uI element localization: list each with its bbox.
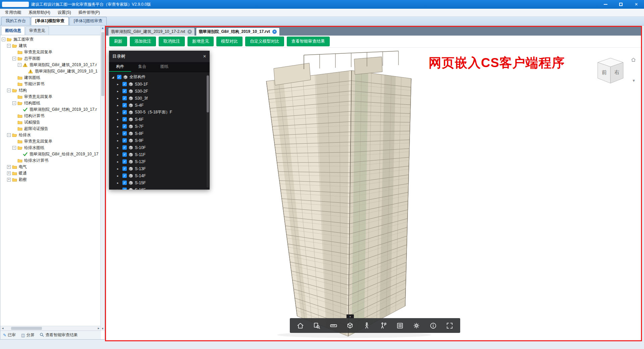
expand-arrow-icon[interactable]: ▸ [117,146,121,149]
info-icon[interactable] [428,320,438,331]
hscroll-thumb[interactable] [11,327,42,330]
panel-tree-item[interactable]: ▸✓S-7F [109,123,210,130]
expand-arrow-icon[interactable]: ▸ [117,132,121,135]
tree-item[interactable]: 翡翠湖别院_G8#_给排水_2019_10_17 [0,151,101,157]
tree-item[interactable]: 超限论证报告 [0,126,101,132]
dock-expand-icon[interactable]: ▲ [346,314,354,318]
model-viewer[interactable]: 网页嵌入CS客户端程序 前 右 ▼ [106,48,641,340]
tree-item[interactable]: 给排水计算书 [0,157,101,164]
expand-icon[interactable]: + [7,165,11,169]
panel-tree-item[interactable]: ▸✓S-13F [109,165,210,172]
sidebar-tab[interactable]: 审查意见 [25,26,49,35]
collapse-icon[interactable]: − [18,63,21,67]
sidebar-tab[interactable]: 图纸信息 [1,26,25,35]
toolbar-button[interactable]: 模型对比 [216,37,243,46]
toolbar-button[interactable]: 新增意见 [187,37,214,46]
checkbox-checked[interactable]: ✓ [122,166,127,171]
expand-arrow-icon[interactable]: ▸ [117,139,121,142]
status-item[interactable]: ✎已审 [3,332,16,338]
checkbox-checked[interactable]: ✓ [122,188,127,190]
maximize-icon[interactable] [613,0,629,9]
panel-scroll-thumb[interactable] [207,76,209,112]
panel-tree-item[interactable]: ▸✓S-8F [109,130,210,137]
panel-tree-item[interactable]: ▸✓S30-1F [109,81,210,88]
main-tab[interactable]: [单体1]模型审查 [31,17,69,25]
menu-item[interactable]: 系统帮助(H) [25,9,54,16]
main-tab[interactable]: [单体1]图纸审查 [69,17,107,25]
collapse-icon[interactable]: − [12,146,16,150]
close-icon[interactable]: ✕ [203,54,206,59]
building-model[interactable] [254,48,462,338]
tree-vscrollbar[interactable]: ▲ ▼ [100,26,105,331]
panel-tree-item[interactable]: ▸✓S-15F [109,179,210,186]
roam-icon[interactable] [378,320,388,331]
tree-item[interactable]: 节能计算书 [0,81,101,87]
panel-tree-item[interactable]: ▸✓S-16F [109,186,210,190]
menu-item[interactable]: 常用功能 [1,9,25,16]
panel-tree-item[interactable]: ▸✓S-11F [109,151,210,158]
checkbox-checked[interactable]: ✓ [122,159,127,164]
toolbar-button[interactable]: 取消批注 [159,37,185,46]
menu-item[interactable]: 设置(S) [54,9,75,16]
tree-item[interactable]: 审查意见回复单 [0,138,101,145]
checkbox-checked[interactable]: ✓ [122,145,127,150]
tree-item[interactable]: +电气 [0,164,101,170]
checkbox-checked[interactable]: ✓ [122,110,127,114]
panel-tree-item[interactable]: ▸✓S-4F [109,102,210,109]
settings-icon[interactable] [412,320,422,331]
collapse-icon[interactable]: − [12,101,16,105]
checkbox-checked[interactable]: ✓ [122,82,127,86]
collapse-icon[interactable]: − [7,89,11,92]
toolbar-button[interactable]: 添加批注 [130,37,156,46]
panel-tab[interactable]: 构件 [109,62,131,72]
panel-tree-item[interactable]: ▸✓S30_3f [109,95,210,102]
expand-arrow-icon[interactable]: ▸ [117,118,121,121]
checkbox-checked[interactable]: ✓ [122,173,127,178]
panel-tab[interactable]: 图纸 [153,62,175,72]
panel-tree-item[interactable]: ▸✓S-14F [109,172,210,179]
scroll-down-icon[interactable]: ▼ [101,326,105,331]
tree-item[interactable]: 审查意见回复单 [0,49,101,55]
expand-icon[interactable]: + [7,178,11,182]
expand-arrow-icon[interactable]: ▸ [117,111,121,114]
section-box-icon[interactable] [345,320,355,331]
collapse-icon[interactable]: − [7,133,11,137]
panel-tree-item[interactable]: ▸✓S-12F [109,158,210,165]
close-icon[interactable]: ✕ [629,0,644,9]
tree-item[interactable]: +勘察 [0,177,101,183]
vscroll-thumb[interactable] [101,32,104,96]
tree-item[interactable]: −结构图纸 [0,100,101,106]
checkbox-checked[interactable]: ✓ [122,96,127,100]
tree-item[interactable]: 结构计算书 [0,113,101,119]
checkbox-checked[interactable]: ✓ [117,75,121,79]
expand-arrow-icon[interactable]: ▸ [117,160,121,163]
walk-icon[interactable] [362,320,372,331]
checkbox-checked[interactable]: ✓ [122,117,127,121]
document-tab[interactable]: 翡翠湖别院_G8#_结构_2019_10_17.rvt✕ [196,28,280,36]
panel-tree-item[interactable]: ▸✓S-9F [109,137,210,144]
panel-tree-item[interactable]: ◢✓全部构件 [109,73,210,81]
toolbar-button[interactable]: 自定义模型对比 [245,37,284,46]
expand-arrow-icon[interactable]: ▸ [117,153,121,156]
collapse-icon[interactable]: − [2,38,5,41]
panel-tree-item[interactable]: ▸✓S-10F [109,144,210,151]
measure-icon[interactable] [328,320,338,331]
expand-arrow-icon[interactable]: ▸ [117,174,121,178]
checkbox-checked[interactable]: ✓ [122,181,127,185]
close-tab-icon[interactable]: ✕ [187,30,192,34]
panel-tree-item[interactable]: ▸✓S30-5（5-18平面）F [109,109,210,116]
panel-tab[interactable]: 集合 [131,62,153,72]
panel-tree-item[interactable]: ▸✓S30-2F [109,88,210,95]
tree-item[interactable]: −总平面图 [0,55,101,62]
component-list-icon[interactable] [395,320,405,331]
status-item[interactable]: ◫分屏 [21,332,34,338]
tree-item[interactable]: 试桩报告 [0,119,101,126]
document-tab[interactable]: 翡翠湖别院_G8#_建筑_2019_10_17-2.rvt✕ [108,28,195,36]
nav-cube[interactable]: 前 右 ▼ [593,56,641,89]
checkbox-checked[interactable]: ✓ [122,124,127,129]
tree-item[interactable]: −建筑 [0,43,101,49]
tree-item[interactable]: +暖通 [0,170,101,177]
collapse-icon[interactable]: − [7,44,11,48]
home-icon[interactable] [295,320,305,331]
collapse-icon[interactable]: − [12,57,16,60]
